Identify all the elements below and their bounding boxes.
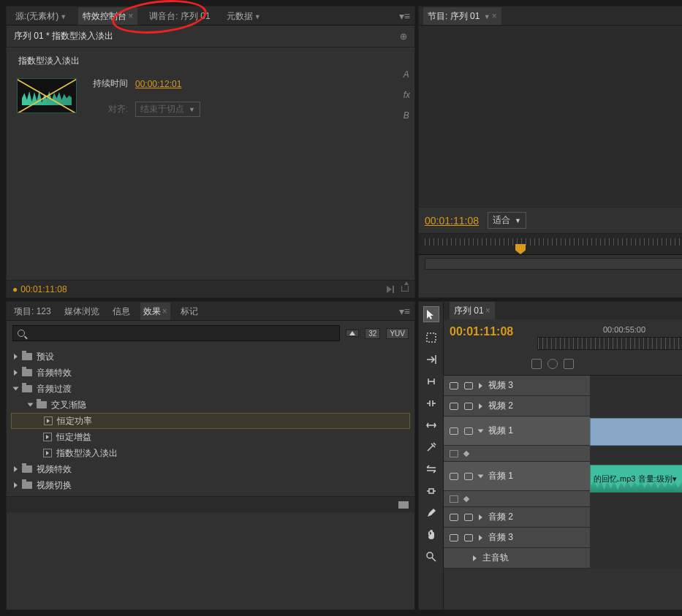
razor-tool[interactable] [425, 441, 438, 454]
chevron-down-icon[interactable] [478, 429, 484, 433]
track-output-icon[interactable] [450, 495, 458, 503]
chevron-right-icon[interactable] [14, 354, 18, 360]
audio-clip[interactable]: 的回忆.mp3 音量:级别▾ [590, 465, 682, 493]
video-clip[interactable] [590, 418, 682, 446]
tree-folder[interactable]: 音频特效 [11, 365, 410, 381]
slip-tool[interactable] [425, 463, 438, 476]
keyframe-icon[interactable] [463, 495, 469, 501]
lock-icon[interactable] [464, 427, 473, 435]
tree-folder[interactable]: 音频过渡 [11, 381, 410, 397]
timeline-ruler[interactable] [537, 337, 682, 350]
tree-effect-item[interactable]: 恒定功率 [11, 413, 410, 429]
lock-icon[interactable] [464, 473, 473, 480]
tab-project[interactable]: 项目: 123 [11, 303, 54, 320]
track-header-a1-sub[interactable] [444, 491, 590, 507]
new-bin-icon[interactable] [398, 501, 409, 509]
selection-tool[interactable] [423, 306, 439, 322]
chevron-right-icon[interactable] [479, 535, 482, 541]
tab-effects[interactable]: 效果× [140, 303, 170, 320]
lock-icon[interactable] [464, 382, 473, 389]
chevron-right-icon[interactable] [14, 482, 18, 488]
speaker-icon[interactable] [450, 534, 458, 541]
tab-effect-controls[interactable]: 特效控制台× [78, 7, 137, 25]
tree-folder[interactable]: 预设 [11, 349, 410, 365]
speaker-icon[interactable] [450, 473, 458, 480]
tree-folder[interactable]: 视频特效 [11, 461, 410, 477]
monitor-time-ruler[interactable] [419, 233, 682, 255]
close-icon[interactable]: × [492, 11, 497, 21]
duration-value[interactable]: 00:00:12:01 [135, 79, 181, 89]
tab-media-browser[interactable]: 媒体浏览 [61, 303, 102, 320]
track-header-v1[interactable]: 视频 1 [444, 417, 590, 446]
keyframe-icon[interactable] [463, 450, 469, 456]
chevron-right-icon[interactable] [14, 466, 18, 472]
tab-metadata[interactable]: 元数据▼ [222, 7, 265, 25]
chevron-right-icon[interactable] [479, 403, 482, 409]
pen-tool[interactable] [425, 506, 438, 520]
tab-program[interactable]: 节目: 序列 01 ▼× [423, 7, 501, 25]
export-frame-icon[interactable] [401, 286, 409, 292]
tree-effect-item[interactable]: 恒定增益 [11, 429, 410, 445]
hand-tool[interactable] [425, 528, 438, 541]
tab-audio-mixer[interactable]: 调音台: 序列 01 [145, 7, 214, 25]
close-icon[interactable]: × [162, 306, 167, 316]
track-header-master[interactable]: 主音轨 [444, 548, 590, 569]
eye-icon[interactable] [450, 403, 458, 410]
zoom-tool[interactable] [425, 550, 438, 563]
lock-icon[interactable] [464, 514, 473, 521]
tree-folder[interactable]: 视频切换 [11, 477, 410, 493]
accel-filter-chip[interactable] [346, 330, 359, 337]
ec-collapse-icon[interactable]: ⊕ [400, 31, 407, 42]
ripple-tool[interactable] [425, 375, 438, 388]
lock-icon[interactable] [464, 403, 473, 410]
align-dropdown[interactable]: 结束于切点▼ [135, 102, 200, 117]
marker-icon[interactable] [548, 359, 558, 369]
track-header-a2[interactable]: 音频 2 [444, 507, 590, 528]
chevron-right-icon[interactable] [479, 383, 482, 389]
yuv-filter-chip[interactable]: YUV [386, 328, 409, 339]
track-header-v2[interactable]: 视频 2 [444, 396, 590, 417]
rate-stretch-tool[interactable] [425, 419, 438, 432]
panel-menu-icon[interactable]: ▾≡ [399, 305, 410, 317]
panel-menu-icon[interactable]: ▾≡ [399, 10, 410, 22]
chevron-down-icon[interactable] [478, 474, 484, 478]
tree-folder[interactable]: 交叉渐隐 [11, 397, 410, 413]
settings-icon[interactable] [564, 359, 574, 369]
eye-icon[interactable] [450, 427, 458, 435]
rolling-tool[interactable] [425, 397, 438, 410]
tab-info[interactable]: 信息 [110, 303, 133, 320]
tab-sequence[interactable]: 序列 01× [450, 302, 495, 319]
ec-footer-time[interactable]: 00:01:11:08 [20, 284, 67, 294]
chevron-right-icon[interactable] [14, 370, 18, 376]
lock-icon[interactable] [464, 534, 473, 541]
tree-effect-item[interactable]: 指数型淡入淡出 [11, 445, 410, 461]
close-icon[interactable]: × [485, 305, 490, 316]
track-header-a3[interactable]: 音频 3 [444, 528, 590, 548]
track-header-a1[interactable]: 音频 1 [444, 462, 590, 491]
monitor-time[interactable]: 00:01:11:08 [425, 215, 479, 227]
track-header-v3[interactable]: 视频 3 [444, 376, 590, 396]
playhead-icon[interactable] [515, 244, 526, 254]
tab-source[interactable]: 源:(无素材)▼ [11, 7, 71, 25]
chevron-right-icon[interactable] [479, 514, 482, 520]
track-output-icon[interactable] [450, 450, 458, 457]
track-select-tool[interactable] [425, 353, 438, 366]
zoom-fit-dropdown[interactable]: 适合▼ [488, 212, 526, 229]
snap-icon[interactable] [531, 359, 542, 369]
play-icon[interactable] [387, 286, 394, 293]
track-header-v1-sub[interactable] [444, 446, 590, 462]
eye-icon[interactable] [450, 382, 458, 389]
monitor-scrollbar[interactable] [425, 258, 682, 270]
32bit-filter-chip[interactable]: 32 [365, 328, 380, 339]
chevron-down-icon[interactable] [28, 403, 34, 407]
speaker-icon[interactable] [450, 514, 458, 521]
tab-markers[interactable]: 标记 [178, 303, 201, 320]
timeline-time[interactable]: 00:01:11:08 [450, 325, 531, 338]
chevron-down-icon[interactable] [13, 387, 19, 391]
search-input[interactable] [12, 325, 340, 341]
chevron-right-icon[interactable] [473, 555, 477, 561]
close-icon[interactable]: × [128, 11, 133, 21]
slide-tool[interactable] [425, 484, 438, 498]
clips-area[interactable]: 的回忆.mp3 音量:级别▾ 指数型淡 [590, 376, 682, 569]
marquee-tool[interactable] [425, 331, 438, 344]
